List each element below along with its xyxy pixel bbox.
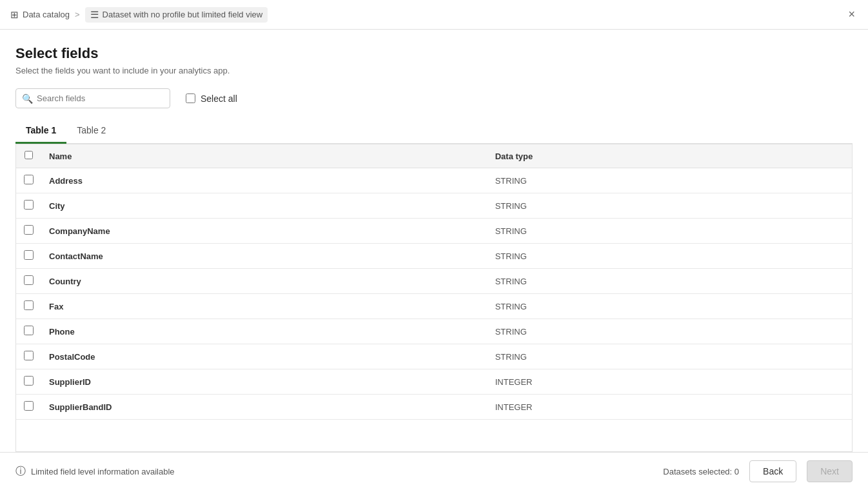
tabs: Table 1 Table 2: [15, 119, 853, 144]
page-subtitle: Select the fields you want to include in…: [15, 66, 853, 75]
search-input[interactable]: [15, 88, 170, 108]
field-datatype-cell: STRING: [488, 319, 852, 344]
table-row: CompanyNameSTRING: [16, 219, 852, 244]
row-checkbox-cell: [16, 193, 41, 219]
search-icon: 🔍: [22, 93, 33, 104]
row-checkbox-cell: [16, 219, 41, 244]
row-checkbox[interactable]: [24, 376, 34, 386]
back-button[interactable]: Back: [749, 460, 796, 482]
next-button[interactable]: Next: [807, 460, 853, 482]
info-icon: ⓘ: [15, 465, 26, 478]
datasets-selected-count: 0: [735, 467, 739, 476]
select-all-checkbox[interactable]: [186, 93, 195, 103]
breadcrumb-current-label: Dataset with no profile but limited fiel…: [103, 10, 263, 19]
row-checkbox-cell: [16, 344, 41, 369]
row-checkbox[interactable]: [24, 225, 34, 235]
row-checkbox[interactable]: [24, 275, 34, 285]
footer-info: ⓘ Limited field level information availa…: [15, 465, 175, 478]
table-row: PostalCodeSTRING: [16, 344, 852, 369]
row-checkbox[interactable]: [24, 351, 34, 360]
row-checkbox[interactable]: [24, 250, 34, 260]
table-row: ContactNameSTRING: [16, 244, 852, 269]
field-datatype-cell: STRING: [488, 269, 852, 294]
row-checkbox-cell: [16, 244, 41, 269]
breadcrumb-separator: >: [75, 10, 80, 19]
row-checkbox[interactable]: [24, 300, 34, 310]
field-datatype-cell: STRING: [488, 168, 852, 193]
field-datatype-cell: STRING: [488, 219, 852, 244]
field-datatype-cell: STRING: [488, 244, 852, 269]
table-row: CountrySTRING: [16, 269, 852, 294]
breadcrumb: ⊞ Data catalog > ☰ Dataset with no profi…: [10, 7, 268, 23]
field-datatype-cell: STRING: [488, 193, 852, 219]
header-name: Name: [41, 144, 488, 168]
field-name-cell: SupplierBandID: [41, 395, 488, 420]
row-checkbox-cell: [16, 369, 41, 395]
field-name-cell: Address: [41, 168, 488, 193]
dataset-icon: ☰: [90, 9, 99, 21]
row-checkbox[interactable]: [24, 326, 34, 335]
breadcrumb-home[interactable]: ⊞ Data catalog: [10, 9, 70, 21]
row-checkbox-cell: [16, 269, 41, 294]
header-datatype: Data type: [488, 144, 852, 168]
top-bar: ⊞ Data catalog > ☰ Dataset with no profi…: [0, 0, 868, 30]
field-name-cell: Phone: [41, 319, 488, 344]
footer-info-message: Limited field level information availabl…: [31, 467, 175, 476]
datasets-selected-label: Datasets selected:: [663, 467, 732, 476]
field-name-cell: Country: [41, 269, 488, 294]
fields-table: Name Data type AddressSTRINGCitySTRINGCo…: [16, 144, 852, 420]
controls-row: 🔍 Select all: [15, 88, 853, 108]
table-container: Name Data type AddressSTRINGCitySTRINGCo…: [15, 144, 853, 452]
footer: ⓘ Limited field level information availa…: [0, 452, 868, 490]
table-row: FaxSTRING: [16, 294, 852, 319]
header-checkbox-cell: [16, 144, 41, 168]
row-checkbox[interactable]: [24, 401, 34, 411]
table-row: SupplierBandIDINTEGER: [16, 395, 852, 420]
close-button[interactable]: ×: [845, 5, 858, 24]
field-datatype-cell: INTEGER: [488, 395, 852, 420]
breadcrumb-home-label: Data catalog: [23, 10, 70, 19]
datasets-selected-text: Datasets selected: 0: [663, 467, 739, 476]
field-datatype-cell: STRING: [488, 344, 852, 369]
field-datatype-cell: STRING: [488, 294, 852, 319]
table-body: AddressSTRINGCitySTRINGCompanyNameSTRING…: [16, 168, 852, 420]
table-header-row: Name Data type: [16, 144, 852, 168]
table-row: PhoneSTRING: [16, 319, 852, 344]
tab-table1[interactable]: Table 1: [15, 119, 66, 144]
field-name-cell: City: [41, 193, 488, 219]
row-checkbox-cell: [16, 168, 41, 193]
footer-actions: Datasets selected: 0 Back Next: [663, 460, 853, 482]
field-datatype-cell: INTEGER: [488, 369, 852, 395]
search-wrapper: 🔍: [15, 88, 170, 108]
breadcrumb-current: ☰ Dataset with no profile but limited fi…: [85, 7, 268, 23]
select-all-wrapper: Select all: [186, 93, 237, 104]
row-checkbox-cell: [16, 395, 41, 420]
main-content: Select fields Select the fields you want…: [0, 30, 868, 452]
table-row: AddressSTRING: [16, 168, 852, 193]
row-checkbox-cell: [16, 319, 41, 344]
table-row: SupplierIDINTEGER: [16, 369, 852, 395]
field-name-cell: ContactName: [41, 244, 488, 269]
header-checkbox[interactable]: [25, 151, 33, 159]
row-checkbox[interactable]: [24, 175, 34, 184]
field-name-cell: SupplierID: [41, 369, 488, 395]
row-checkbox[interactable]: [24, 200, 34, 210]
catalog-icon: ⊞: [10, 9, 19, 21]
select-all-label[interactable]: Select all: [201, 93, 237, 104]
field-name-cell: Fax: [41, 294, 488, 319]
row-checkbox-cell: [16, 294, 41, 319]
tab-table2[interactable]: Table 2: [66, 119, 116, 144]
field-name-cell: CompanyName: [41, 219, 488, 244]
table-row: CitySTRING: [16, 193, 852, 219]
page-title: Select fields: [15, 45, 853, 62]
field-name-cell: PostalCode: [41, 344, 488, 369]
